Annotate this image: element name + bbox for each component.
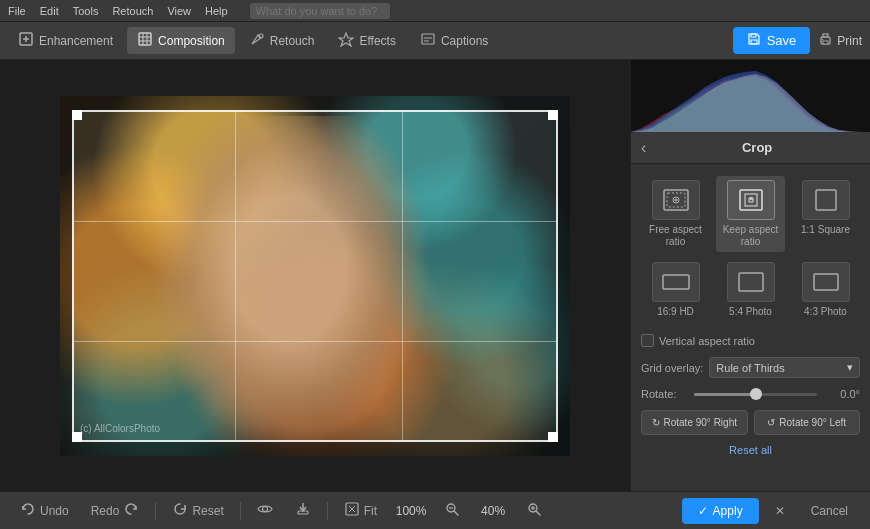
- zoom-percent: 100%: [391, 504, 431, 518]
- tab-enhancement[interactable]: Enhancement: [8, 27, 123, 54]
- print-label: Print: [837, 34, 862, 48]
- reset-label: Reset: [192, 504, 223, 518]
- dim-bottom: [60, 442, 570, 456]
- search-input[interactable]: [250, 3, 390, 19]
- crop-handle-tl[interactable]: [72, 110, 82, 120]
- zoom-in-button[interactable]: [519, 498, 549, 523]
- cancel-label: Cancel: [811, 504, 848, 518]
- free-aspect-label: Free aspectratio: [649, 224, 702, 248]
- cancel-x-button[interactable]: ✕: [765, 498, 795, 524]
- canvas-area[interactable]: (c) AllColorsPhoto: [0, 60, 630, 491]
- crop-mode-keep[interactable]: Keep aspectratio: [716, 176, 785, 252]
- menu-file[interactable]: File: [8, 5, 26, 17]
- divider-1: [155, 502, 156, 520]
- tab-captions[interactable]: Captions: [410, 27, 498, 54]
- crop-border[interactable]: [72, 110, 558, 442]
- panel-title: Crop: [654, 140, 860, 155]
- svg-line-38: [454, 511, 458, 515]
- menu-view[interactable]: View: [167, 5, 191, 17]
- rotate-slider-thumb[interactable]: [750, 388, 762, 400]
- toolbar-actions: Save Print: [733, 27, 862, 54]
- save-label: Save: [767, 33, 797, 48]
- undo-button[interactable]: Undo: [12, 497, 77, 524]
- zoom-out-button[interactable]: [437, 498, 467, 523]
- crop-mode-square[interactable]: 1:1 Square: [791, 176, 860, 252]
- redo-label: Redo: [91, 504, 120, 518]
- svg-rect-16: [823, 34, 828, 37]
- panel-back-button[interactable]: ‹: [641, 139, 646, 157]
- svg-rect-28: [663, 275, 689, 289]
- rotate-slider-fill: [694, 393, 756, 396]
- rotate-value: 0.0°: [825, 388, 860, 400]
- rotate-right-button[interactable]: ↻ Rotate 90° Right: [641, 410, 748, 435]
- grid-overlay-value: Rule of Thirds: [716, 362, 784, 374]
- dim-right: [558, 110, 570, 442]
- crop-mode-hd[interactable]: 16:9 HD: [641, 258, 710, 322]
- apply-button[interactable]: ✓ Apply: [682, 498, 759, 524]
- free-aspect-icon: [652, 180, 700, 220]
- cancel-button[interactable]: Cancel: [801, 498, 858, 524]
- redo-icon: [123, 501, 139, 520]
- export-button[interactable]: [287, 497, 319, 524]
- tab-composition[interactable]: Composition: [127, 27, 235, 54]
- crop-overlay[interactable]: [60, 96, 570, 456]
- svg-rect-17: [823, 41, 828, 44]
- photo54-label: 5:4 Photo: [729, 306, 772, 318]
- x-icon: ✕: [775, 504, 785, 518]
- undo-label: Undo: [40, 504, 69, 518]
- fit-icon: [344, 501, 360, 520]
- vertical-aspect-checkbox-label[interactable]: Vertical aspect ratio: [641, 334, 755, 347]
- grid-overlay-label: Grid overlay:: [641, 362, 703, 374]
- rotate-left-button[interactable]: ↺ Rotate 90° Left: [754, 410, 861, 435]
- eye-icon: [257, 501, 273, 520]
- preview-button[interactable]: [249, 497, 281, 524]
- crop-handle-br[interactable]: [548, 432, 558, 442]
- tab-composition-label: Composition: [158, 34, 225, 48]
- menu-edit[interactable]: Edit: [40, 5, 59, 17]
- photo43-label: 4:3 Photo: [804, 306, 847, 318]
- fit-button[interactable]: Fit: [336, 497, 385, 524]
- vertical-aspect-checkbox[interactable]: [641, 334, 654, 347]
- hd-icon: [652, 262, 700, 302]
- undo-icon: [20, 501, 36, 520]
- redo-button[interactable]: Redo: [83, 497, 148, 524]
- enhancement-icon: [18, 31, 34, 50]
- svg-rect-26: [745, 194, 757, 206]
- keep-aspect-icon: [727, 180, 775, 220]
- rotate-slider-track[interactable]: [694, 393, 817, 396]
- menu-tools[interactable]: Tools: [73, 5, 99, 17]
- panel-content: Free aspectratio Keep aspectratio: [631, 164, 870, 491]
- grid-overlay-row: Grid overlay: Rule of Thirds ▾: [641, 357, 860, 378]
- crop-mode-43[interactable]: 4:3 Photo: [791, 258, 860, 322]
- reset-icon: [172, 501, 188, 520]
- reset-all-row: Reset all: [641, 443, 860, 457]
- svg-point-31: [262, 507, 267, 512]
- reset-button[interactable]: Reset: [164, 497, 231, 524]
- fit-label: Fit: [364, 504, 377, 518]
- watermark: (c) AllColorsPhoto: [80, 423, 160, 434]
- vertical-aspect-label: Vertical aspect ratio: [659, 335, 755, 347]
- crop-mode-free[interactable]: Free aspectratio: [641, 176, 710, 252]
- svg-rect-25: [740, 190, 762, 210]
- divider-2: [240, 502, 241, 520]
- menu-help[interactable]: Help: [205, 5, 228, 17]
- apply-label: Apply: [713, 504, 743, 518]
- rotate-right-icon: ↻: [652, 417, 660, 428]
- print-button[interactable]: Print: [818, 32, 862, 50]
- divider-3: [327, 502, 328, 520]
- svg-rect-29: [739, 273, 763, 291]
- rotate-label: Rotate:: [641, 388, 686, 400]
- crop-mode-54[interactable]: 5:4 Photo: [716, 258, 785, 322]
- menu-retouch[interactable]: Retouch: [112, 5, 153, 17]
- crop-handle-tr[interactable]: [548, 110, 558, 120]
- svg-rect-10: [422, 34, 434, 44]
- reset-all-link[interactable]: Reset all: [729, 444, 772, 456]
- tab-effects[interactable]: Effects: [328, 27, 405, 54]
- grid-overlay-dropdown[interactable]: Rule of Thirds ▾: [709, 357, 860, 378]
- save-button[interactable]: Save: [733, 27, 811, 54]
- composition-icon: [137, 31, 153, 50]
- tab-retouch[interactable]: Retouch: [239, 27, 325, 54]
- rotate-left-icon: ↺: [767, 417, 775, 428]
- vertical-aspect-row: Vertical aspect ratio: [641, 334, 860, 347]
- crop-modes-grid: Free aspectratio Keep aspectratio: [641, 176, 860, 322]
